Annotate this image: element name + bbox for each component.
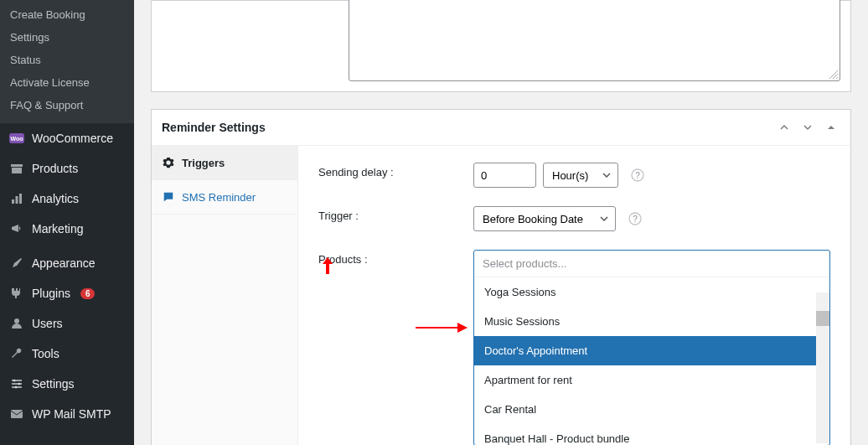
sending-delay-label: Sending delay : [318,163,473,179]
panel-title: Reminder Settings [162,121,266,134]
plug-icon [8,285,25,302]
sidebar-label: Tools [32,347,59,360]
sidebar-item-wp-mail-smtp[interactable]: WP Mail SMTP [0,399,134,429]
tab-triggers[interactable]: Triggers [152,146,297,180]
envelope-icon [8,406,25,422]
archive-icon [8,160,25,177]
woocommerce-icon: Woo [8,130,25,147]
sidebar-label: Marketing [32,222,83,235]
help-icon[interactable]: ? [628,211,643,226]
svg-text:?: ? [635,171,640,180]
product-option[interactable]: Music Sessions [474,307,829,336]
panel-move-down-button[interactable] [798,118,817,137]
product-option[interactable]: Doctor's Appointment [474,336,829,365]
panel-controls [775,118,840,137]
sidebar-item-settings[interactable]: Settings [0,369,134,399]
upper-panel [151,0,851,92]
svg-rect-5 [16,196,18,204]
sidebar-item-analytics[interactable]: Analytics [0,184,134,214]
svg-point-12 [18,383,21,385]
sliders-icon [8,375,25,392]
product-option[interactable]: Yoga Sessions [474,277,829,307]
sidebar-item-settings-sub[interactable]: Settings [0,26,134,49]
row-sending-delay: Sending delay : Hour(s) ? [318,163,830,188]
form-area: Sending delay : Hour(s) ? Trigger : [298,146,850,445]
panel-tabs: Triggers SMS Reminder [152,146,298,445]
sidebar-label: Settings [32,377,75,391]
svg-point-7 [14,318,19,323]
sidebar-item-woocommerce[interactable]: Woo WooCommerce [0,123,134,153]
sidebar-item-create-booking[interactable]: Create Booking [0,3,134,26]
svg-rect-6 [19,194,22,204]
sidebar-item-users[interactable]: Users [0,308,134,339]
svg-point-11 [13,380,16,382]
message-textarea[interactable] [349,0,840,81]
products-multiselect[interactable]: Select products... Yoga Sessions Music S… [473,250,830,445]
trigger-select[interactable]: Before Booking Date [473,206,616,231]
sidebar-label: Users [32,317,63,330]
tab-sms-reminder[interactable]: SMS Reminder [152,180,297,215]
sidebar-label: Plugins [32,287,70,300]
user-icon [8,315,25,332]
scrollbar-thumb[interactable] [816,311,829,326]
sidebar-submenu: Create Booking Settings Status Activate … [0,0,134,123]
brush-icon [8,255,25,272]
sidebar-item-plugins[interactable]: Plugins 6 [0,278,134,308]
panel-move-up-button[interactable] [775,118,793,137]
svg-point-13 [15,386,18,389]
panel-body: Triggers SMS Reminder Sending delay : Ho… [152,146,850,445]
product-option[interactable]: Car Rental [474,395,829,424]
reminder-settings-panel: Reminder Settings Triggers SMS Reminder [151,109,851,445]
svg-rect-14 [11,410,23,418]
products-search-input[interactable]: Select products... [474,251,829,277]
sidebar-item-tools[interactable]: Tools [0,339,134,369]
sidebar-item-marketing[interactable]: Marketing [0,214,134,244]
chevron-down-icon [602,171,611,179]
sidebar-item-products[interactable]: Products [0,153,134,184]
chat-icon [162,190,175,204]
megaphone-icon [8,220,25,237]
products-label: Products : [318,250,473,266]
svg-rect-3 [12,168,22,173]
sidebar-label: Analytics [32,192,79,205]
chart-bar-icon [8,190,25,207]
svg-text:?: ? [633,215,638,224]
main-content: Reminder Settings Triggers SMS Reminder [134,0,868,445]
tab-label: Triggers [182,157,225,169]
trigger-label: Trigger : [318,206,473,222]
sidebar-label: Appearance [32,256,96,270]
row-products: Products : Select products... Yoga Sessi… [318,250,830,445]
svg-text:Woo: Woo [10,136,23,142]
panel-toggle-button[interactable] [822,118,840,137]
wrench-icon [8,345,25,362]
gear-icon [162,156,175,169]
sending-delay-unit-select[interactable]: Hour(s) [543,163,618,188]
select-value: Hour(s) [552,169,588,182]
sidebar-item-faq-support[interactable]: FAQ & Support [0,94,134,116]
row-trigger: Trigger : Before Booking Date ? [318,206,830,231]
select-value: Before Booking Date [483,213,583,225]
product-option[interactable]: Apartment for rent [474,365,829,395]
plugins-update-badge: 6 [80,288,96,299]
svg-rect-2 [11,164,23,167]
resize-handle-icon[interactable] [829,70,838,79]
panel-header: Reminder Settings [152,110,850,146]
sidebar-label: WP Mail SMTP [32,407,111,421]
help-icon[interactable]: ? [630,168,645,183]
sidebar-item-status[interactable]: Status [0,49,134,71]
admin-sidebar: Create Booking Settings Status Activate … [0,0,134,445]
tab-label: SMS Reminder [182,191,256,204]
svg-rect-4 [12,199,14,204]
sidebar-label: Products [32,162,78,175]
products-dropdown-list[interactable]: Yoga Sessions Music Sessions Doctor's Ap… [474,277,829,445]
sidebar-label: WooCommerce [32,132,113,145]
sidebar-item-activate-license[interactable]: Activate License [0,71,134,94]
product-option[interactable]: Banquet Hall - Product bundle [474,424,829,445]
sending-delay-input[interactable] [473,163,536,188]
sidebar-item-appearance[interactable]: Appearance [0,248,134,278]
chevron-down-icon [600,215,608,223]
